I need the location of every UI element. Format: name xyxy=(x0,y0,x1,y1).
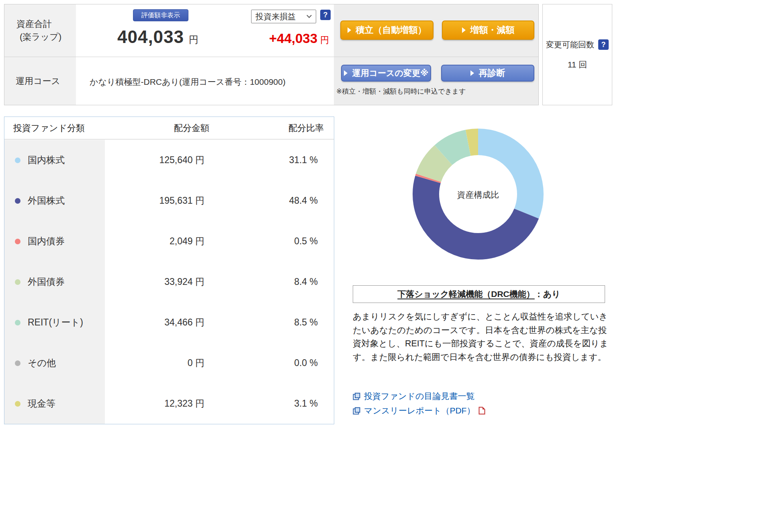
allocation-amount: 195,631 円 xyxy=(105,194,229,207)
apply-note: ※積立・増額・減額も同時に申込できます xyxy=(336,87,466,96)
monthly-report-link[interactable]: マンスリーレポート（PDF） xyxy=(364,405,475,416)
asset-total-label-line1: 資産合計 xyxy=(16,18,76,31)
chart-center-label: 資産構成比 xyxy=(438,189,518,201)
category-color-dot xyxy=(15,198,20,204)
category-label: 外国債券 xyxy=(28,276,65,288)
table-row: 外国株式 195,631 円 48.4 % xyxy=(4,180,334,221)
pl-period-selected-value: 投資来損益 xyxy=(256,11,296,22)
drc-feature-box: 下落ショック軽減機能（DRC機能）：あり xyxy=(353,285,605,303)
arrow-right-icon xyxy=(348,27,351,33)
col-header-ratio: 配分比率 xyxy=(229,122,331,134)
allocation-ratio: 3.1 % xyxy=(229,398,331,409)
prospectus-link-row: 投資ファンドの目論見書一覧 xyxy=(353,391,474,402)
tsumitate-button-label: 積立（自動増額） xyxy=(356,24,427,36)
pdf-icon xyxy=(478,407,485,415)
category-label: その他 xyxy=(28,357,56,369)
table-row: 国内債券 2,049 円 0.5 % xyxy=(4,221,334,262)
pl-amount-unit: 円 xyxy=(320,35,329,45)
zougen-gengaku-button[interactable]: 増額・減額 xyxy=(442,20,534,40)
arrow-right-icon xyxy=(344,70,348,76)
total-asset-number: 404,033 xyxy=(117,27,184,47)
allocation-amount: 34,466 円 xyxy=(105,316,229,329)
table-row: その他 0 円 0.0 % xyxy=(4,343,334,383)
course-change-button[interactable]: 運用コースの変更※ xyxy=(341,65,431,82)
change-count-panel: 変更可能回数 ? 11 回 xyxy=(542,4,612,105)
course-row-label: 運用コース xyxy=(4,57,76,105)
category-color-dot xyxy=(15,320,20,325)
allocation-table-body: 国内株式 125,640 円 31.1 % 外国株式 195,631 円 48.… xyxy=(4,140,334,424)
allocation-amount: 12,323 円 xyxy=(105,397,229,410)
total-asset-amount: 404,033円 xyxy=(90,27,225,47)
arrow-right-icon xyxy=(470,70,474,76)
allocation-ratio: 8.5 % xyxy=(229,317,331,328)
category-label: 国内債券 xyxy=(28,235,65,248)
course-value: かなり積極型-DRCあり(運用コース番号：1000900) xyxy=(90,76,286,88)
allocation-amount: 33,924 円 xyxy=(105,276,229,288)
allocation-amount: 2,049 円 xyxy=(105,235,229,248)
monthly-report-link-row: マンスリーレポート（PDF） xyxy=(353,405,485,416)
allocation-ratio: 31.1 % xyxy=(229,155,331,166)
allocation-ratio: 48.4 % xyxy=(229,195,331,206)
category-color-dot xyxy=(15,279,20,285)
category-color-dot xyxy=(15,158,20,163)
table-row: 外国債券 33,924 円 8.4 % xyxy=(4,262,334,302)
allocation-table-panel: 投資ファンド分類 配分金額 配分比率 国内株式 125,640 円 31.1 %… xyxy=(4,117,334,424)
asset-total-label: 資産合計 (楽ラップ) xyxy=(4,4,76,57)
col-header-amount: 配分金額 xyxy=(105,122,229,134)
category-color-dot xyxy=(15,239,20,244)
table-row: REIT(リート) 34,466 円 8.5 % xyxy=(4,302,334,343)
rakuten-wrap-page: 資産合計 (楽ラップ) 運用コース 評価額非表示 404,033円 投資来損益 … xyxy=(0,0,777,532)
change-count-label-row: 変更可能回数 ? xyxy=(546,39,609,50)
table-row: 現金等 12,323 円 3.1 % xyxy=(4,383,334,424)
allocation-ratio: 0.5 % xyxy=(229,236,331,247)
col-header-category: 投資ファンド分類 xyxy=(4,122,105,134)
course-description: あまりリスクを気にしすぎずに、とことん収益性を追求していきたいあなたのためのコー… xyxy=(353,310,614,364)
drc-feature-title: 下落ショック軽減機能（DRC機能） xyxy=(397,289,534,300)
tsumitate-button[interactable]: 積立（自動増額） xyxy=(340,20,433,40)
asset-total-label-line2: (楽ラップ) xyxy=(20,31,76,43)
category-label: 外国株式 xyxy=(28,194,65,207)
allocation-amount: 125,640 円 xyxy=(105,154,229,166)
change-count-label: 変更可能回数 xyxy=(546,39,594,50)
category-color-dot xyxy=(15,360,20,366)
rediagnosis-button[interactable]: 再診断 xyxy=(441,65,534,82)
pl-period-select[interactable]: 投資来損益 xyxy=(251,10,316,23)
allocation-ratio: 0.0 % xyxy=(229,358,331,368)
drc-feature-status: ：あり xyxy=(535,289,560,300)
external-link-icon xyxy=(353,393,360,400)
rediagnosis-button-label: 再診断 xyxy=(479,67,505,79)
asset-summary-panel: 資産合計 (楽ラップ) 運用コース 評価額非表示 404,033円 投資来損益 … xyxy=(4,4,539,105)
zougen-button-label: 増額・減額 xyxy=(470,24,515,36)
pl-amount-number: +44,033 xyxy=(269,31,317,46)
pl-amount: +44,033円 xyxy=(233,31,329,46)
external-link-icon xyxy=(353,407,360,415)
allocation-amount: 0 円 xyxy=(105,357,229,369)
course-change-button-label: 運用コースの変更※ xyxy=(352,68,429,79)
category-label: 現金等 xyxy=(28,397,55,410)
hide-valuation-button[interactable]: 評価額非表示 xyxy=(133,9,188,21)
change-count-value: 11 回 xyxy=(568,59,587,70)
pl-help-icon[interactable]: ? xyxy=(320,10,331,20)
prospectus-link[interactable]: 投資ファンドの目論見書一覧 xyxy=(364,391,474,402)
row-divider xyxy=(4,57,538,57)
category-color-dot xyxy=(15,401,20,407)
allocation-ratio: 8.4 % xyxy=(229,276,331,287)
total-asset-unit: 円 xyxy=(189,34,198,45)
category-label: REIT(リート) xyxy=(28,316,83,329)
arrow-right-icon xyxy=(462,27,466,33)
change-count-help-icon[interactable]: ? xyxy=(598,39,609,50)
category-label: 国内株式 xyxy=(28,154,65,166)
table-row: 国内株式 125,640 円 31.1 % xyxy=(4,140,334,180)
allocation-table-header: 投資ファンド分類 配分金額 配分比率 xyxy=(4,117,334,139)
chevron-down-icon xyxy=(307,13,312,18)
